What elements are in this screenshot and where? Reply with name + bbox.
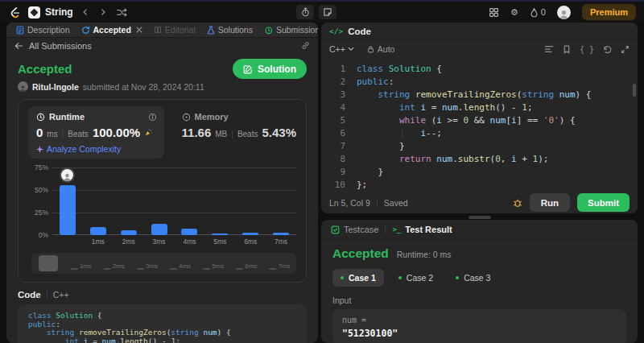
- submission-code-lang: C++: [53, 290, 69, 300]
- tab-editorial[interactable]: Editorial: [151, 25, 199, 35]
- panel-resize-handle[interactable]: [469, 216, 491, 219]
- timer-button[interactable]: [296, 5, 314, 19]
- user-avatar[interactable]: [557, 6, 571, 19]
- run-button[interactable]: Run: [530, 193, 570, 212]
- x-tick-label: 6ms: [235, 238, 266, 248]
- code-line-3: 3 string removeTrailingZeros(string num)…: [328, 89, 638, 101]
- bar-column-0ms[interactable]: [52, 167, 83, 235]
- submission-code-block[interactable]: class Solution {public: string removeTra…: [18, 304, 307, 343]
- bar-column-4ms[interactable]: [175, 167, 205, 235]
- x-tick-label: 7ms: [266, 238, 296, 248]
- copy-link-icon[interactable]: [301, 41, 310, 50]
- line-number: 2: [328, 76, 345, 89]
- minimap-brush-handle[interactable]: [39, 255, 58, 271]
- breadcrumb: All Submissions: [6, 38, 318, 53]
- solution-button[interactable]: Solution: [233, 59, 307, 79]
- case-1-chip[interactable]: Case 1: [332, 269, 384, 287]
- minimap-column-0ms[interactable]: [31, 253, 64, 274]
- description-panel: Description Accepted Editorial Solutions: [6, 23, 318, 343]
- settings-gear-icon[interactable]: ⚙: [510, 6, 518, 18]
- memory-tile[interactable]: Memory 11.66 MB | Beats 5.43%: [182, 106, 296, 139]
- notes-button[interactable]: [319, 5, 336, 19]
- submit-button[interactable]: Submit: [577, 193, 630, 212]
- streak-count: 0: [541, 7, 546, 17]
- tab-description[interactable]: Description: [13, 25, 73, 35]
- line-number: 8: [328, 153, 345, 166]
- tab-submissions[interactable]: Submissions: [261, 25, 318, 35]
- minimap-column-6ms[interactable]: 6ms: [230, 253, 263, 274]
- bar-column-1ms[interactable]: [83, 167, 114, 235]
- language-selector[interactable]: C++: [329, 44, 354, 54]
- result-status: Accepted: [332, 246, 389, 261]
- bar-6ms[interactable]: [242, 233, 258, 235]
- case-2-chip[interactable]: Case 2: [390, 269, 441, 287]
- bar-column-7ms[interactable]: [266, 167, 296, 235]
- author-name[interactable]: Ritul-Ingole: [32, 82, 79, 92]
- bar-column-2ms[interactable]: [114, 167, 144, 235]
- minimap-column-7ms[interactable]: 7ms: [263, 253, 296, 274]
- bar-2ms[interactable]: [121, 230, 137, 235]
- leetcode-logo[interactable]: [8, 6, 22, 19]
- debugger-icon[interactable]: [513, 198, 522, 208]
- x-tick-label: 3ms: [144, 238, 175, 248]
- line-number: 3: [328, 89, 345, 101]
- undo-icon[interactable]: [603, 45, 612, 54]
- bar-4ms[interactable]: [181, 229, 197, 235]
- bar-0ms[interactable]: [60, 185, 76, 235]
- runtime-tile[interactable]: Runtime 0 ms | Beats 100.00%: [28, 106, 164, 159]
- next-problem-button[interactable]: [97, 8, 109, 16]
- bar-1ms[interactable]: [90, 227, 106, 235]
- info-icon[interactable]: [148, 113, 157, 122]
- bar-3ms[interactable]: [151, 224, 167, 235]
- minimap-column-4ms[interactable]: 4ms: [164, 253, 197, 274]
- minimap-column-2ms[interactable]: 2ms: [97, 253, 130, 274]
- analyze-complexity-link[interactable]: Analyze Complexity: [36, 144, 156, 154]
- top-navbar: String: [0, 2, 644, 23]
- layout-grid-icon[interactable]: [489, 7, 499, 18]
- minimap-column-5ms[interactable]: 5ms: [197, 253, 230, 274]
- close-tab-icon[interactable]: [136, 27, 142, 33]
- auto-toggle[interactable]: Auto: [367, 44, 395, 54]
- shuffle-icon[interactable]: [115, 8, 129, 17]
- minimap-column-1ms[interactable]: 1ms: [64, 253, 97, 274]
- minimap-label: 4ms: [179, 263, 191, 270]
- case-passed-dot: [341, 276, 344, 279]
- streak-flame[interactable]: 0: [530, 7, 546, 18]
- minimap-label: 6ms: [245, 263, 257, 270]
- memory-icon: [182, 113, 191, 122]
- format-code-icon[interactable]: [544, 45, 554, 53]
- bar-column-3ms[interactable]: [144, 167, 175, 235]
- minimap-column-3ms[interactable]: 3ms: [130, 253, 163, 274]
- bar-7ms[interactable]: [273, 233, 289, 235]
- code-editor-textarea[interactable]: 1class Solution {2public:3 string remove…: [321, 58, 638, 192]
- code-line-7: 7 }: [328, 140, 638, 153]
- chart-minimap-scrubber[interactable]: 1ms2ms3ms4ms5ms6ms7ms: [31, 253, 296, 274]
- bar-column-5ms[interactable]: [204, 167, 235, 235]
- braces-icon[interactable]: { }: [580, 45, 594, 54]
- tab-accepted[interactable]: Accepted: [78, 25, 146, 35]
- minimap-bar: [170, 268, 177, 270]
- bookmark-icon[interactable]: [563, 45, 571, 54]
- breadcrumb-label[interactable]: All Submissions: [29, 41, 92, 51]
- back-arrow-icon[interactable]: [14, 42, 23, 50]
- editor-scrollbar-thumb[interactable]: [633, 84, 636, 97]
- fullscreen-icon[interactable]: [621, 45, 630, 54]
- testcase-header: Testcase >_ Test Result: [321, 220, 638, 240]
- tab-test-result[interactable]: >_ Test Result: [392, 225, 452, 234]
- prev-problem-button[interactable]: [80, 8, 91, 16]
- test-result-panel: Testcase >_ Test Result Accepted Runtime…: [321, 220, 638, 343]
- chart-x-labels: 1ms2ms3ms4ms5ms6ms7ms: [52, 238, 296, 248]
- premium-button[interactable]: Premium: [582, 4, 636, 20]
- case-3-chip[interactable]: Case 3: [448, 269, 498, 287]
- minimap-label: 2ms: [113, 263, 125, 270]
- tab-solutions[interactable]: Solutions: [204, 25, 256, 35]
- minimap-bar: [269, 268, 276, 270]
- bar-5ms[interactable]: [212, 233, 228, 235]
- bar-column-6ms[interactable]: [235, 167, 266, 235]
- tab-testcase[interactable]: Testcase: [331, 225, 378, 234]
- clock-icon: [36, 113, 45, 122]
- submitted-info: Ritul-Ingole submitted at Nov 28, 2024 2…: [18, 81, 307, 92]
- problem-list-button[interactable]: String: [28, 6, 73, 19]
- input-box[interactable]: num = "51230100": [332, 309, 626, 343]
- lock-icon: [367, 45, 374, 53]
